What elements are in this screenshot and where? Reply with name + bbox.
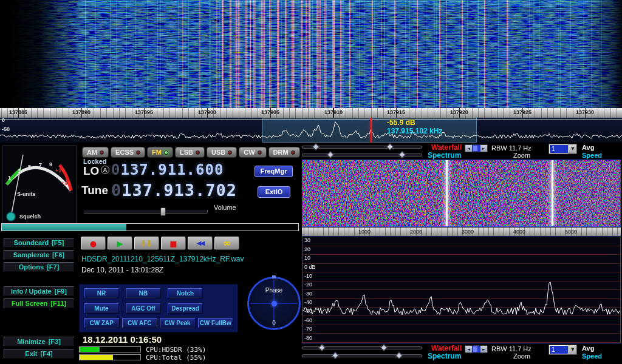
audio-spectrum-display[interactable]: 30 20 10 0 dB -10 -20 -30 -40 -50 -60 -7…: [302, 237, 621, 343]
zoom-track[interactable]: [472, 346, 480, 352]
minimize-button[interactable]: Minimize[F3]: [4, 337, 74, 346]
volume-slider[interactable]: [83, 209, 208, 214]
audio-frequency-ruler[interactable]: 1000 2000 3000 4000 5000: [302, 228, 621, 236]
mode-fm[interactable]: FM: [147, 147, 173, 158]
speed-dropdown[interactable]: 1 ▼: [549, 144, 577, 154]
samplerate-button[interactable]: Samplerate[F6]: [4, 250, 74, 260]
info-update-button[interactable]: Info / Update[F9]: [4, 286, 74, 296]
pause-button[interactable]: ❚❚: [134, 237, 159, 250]
cursor-db-value: -55.9 dB: [387, 118, 442, 127]
exit-button[interactable]: Exit[F4]: [4, 349, 74, 359]
waterfall-range-slider[interactable]: [302, 346, 422, 349]
cw-peak-button[interactable]: CW Peak: [160, 318, 196, 328]
mode-led-icon: [291, 150, 295, 155]
smeter-units-label: S-units: [17, 191, 36, 197]
mode-usb[interactable]: USB: [207, 147, 237, 158]
options-button[interactable]: Options[F7]: [4, 262, 74, 272]
menu-key: [F3]: [49, 338, 61, 345]
cpu-hdsdr-bar: [79, 346, 141, 352]
nr-button[interactable]: NR: [84, 288, 119, 298]
zoom-thumb[interactable]: [473, 146, 477, 151]
slider-thumb[interactable]: [332, 352, 338, 359]
slider-thumb[interactable]: [312, 143, 319, 150]
mode-led-icon: [136, 150, 140, 155]
db-axis-label: 0: [2, 118, 5, 123]
despread-button[interactable]: Despread: [168, 303, 203, 314]
slider-thumb[interactable]: [318, 344, 325, 351]
zoom-track[interactable]: [472, 145, 480, 152]
audio-spectrum-trace: [302, 237, 620, 343]
zoom-scrollbar[interactable]: ◄ ►: [465, 144, 488, 152]
fullscreen-button[interactable]: Full Screen[F11]: [4, 298, 74, 308]
mute-button[interactable]: Mute: [84, 303, 119, 314]
cw-zap-button[interactable]: CW ZAP: [84, 318, 120, 328]
slider-thumb[interactable]: [395, 352, 402, 359]
tune-frequency-display[interactable]: 0137.913.702: [111, 181, 237, 200]
agc-button[interactable]: AGC Off: [126, 303, 161, 314]
mode-lsb[interactable]: LSB: [175, 147, 205, 158]
nb-button[interactable]: NB: [126, 288, 161, 298]
squelch-label[interactable]: Squelch: [19, 214, 41, 220]
slider-thumb[interactable]: [380, 344, 387, 351]
cw-fullbw-button[interactable]: CW FullBw: [198, 318, 234, 328]
dropdown-arrow-icon[interactable]: ▼: [569, 345, 576, 354]
audio-freq-tick: 5000: [565, 229, 577, 235]
phase-scope: Phase 0: [247, 277, 301, 330]
mode-drm[interactable]: DRM: [268, 147, 300, 158]
frequency-ruler[interactable]: 137885 137890 137895 137900 137905 13791…: [0, 108, 622, 118]
extio-button[interactable]: ExtIO: [258, 186, 290, 198]
notch-button[interactable]: Notch: [168, 288, 203, 298]
freq-tick-label: 137915: [387, 109, 405, 115]
mode-cw[interactable]: CW: [239, 147, 266, 158]
squelch-level-bar[interactable]: [1, 223, 299, 231]
zoom-left-arrow-icon[interactable]: ◄: [465, 145, 472, 152]
waterfall-range-slider[interactable]: [302, 146, 422, 149]
record-icon: ●: [90, 240, 97, 248]
speed-dropdown[interactable]: 1 ▼: [549, 345, 577, 355]
audio-waterfall-display[interactable]: [302, 160, 621, 227]
zoom-right-arrow-icon[interactable]: ►: [480, 346, 487, 352]
waterfall-tab-label[interactable]: Waterfall: [431, 143, 462, 152]
squelch-level-fill: [2, 224, 126, 231]
freqmgr-button[interactable]: FreqMgr: [255, 166, 293, 177]
avg-label: Avg: [582, 345, 594, 352]
volume-slider-thumb[interactable]: [160, 207, 166, 216]
spectrum-tab-label[interactable]: Spectrum: [428, 151, 461, 160]
stop-button[interactable]: ■: [161, 237, 186, 250]
loop-button[interactable]: ∞: [214, 237, 239, 250]
slider-thumb[interactable]: [398, 151, 405, 158]
zoom-thumb[interactable]: [473, 346, 477, 352]
zoom-label: Zoom: [513, 352, 530, 360]
mode-ecss[interactable]: ECSS: [111, 147, 145, 158]
audio-freq-tick: 3000: [462, 229, 474, 235]
mode-selector: AM ECSS FM LSB USB CW DRM: [82, 147, 300, 158]
play-button[interactable]: ▶: [108, 237, 132, 250]
lo-lock-badge[interactable]: A: [101, 166, 109, 174]
spectrum-tab-label[interactable]: Spectrum: [428, 352, 461, 360]
rewind-button[interactable]: ◀◀: [188, 237, 213, 250]
audio-waterfall-noise: [302, 160, 620, 226]
zoom-scrollbar[interactable]: ◄ ►: [465, 345, 488, 353]
waterfall-tab-label[interactable]: Waterfall: [431, 344, 462, 352]
menu-key: [F7]: [47, 263, 59, 271]
speed-label: Speed: [582, 352, 602, 360]
slider-thumb[interactable]: [327, 151, 333, 158]
zoom-right-arrow-icon[interactable]: ►: [480, 145, 487, 152]
main-waterfall-display[interactable]: [0, 0, 622, 108]
tune-marker[interactable]: [371, 118, 372, 143]
zoom-left-arrow-icon[interactable]: ◄: [465, 346, 472, 352]
play-icon: ▶: [117, 240, 123, 248]
mode-am[interactable]: AM: [82, 147, 109, 158]
dropdown-arrow-icon[interactable]: ▼: [569, 144, 576, 153]
spectrum-range-slider[interactable]: [302, 354, 422, 357]
record-button[interactable]: ●: [81, 237, 106, 250]
soundcard-button[interactable]: Soundcard[F5]: [4, 238, 74, 248]
slider-thumb[interactable]: [386, 143, 393, 150]
rbw-label: RBW 11.7 Hz: [491, 345, 531, 352]
carrier-line: [552, 160, 553, 226]
lo-frequency-display[interactable]: 0137.911.600: [111, 161, 224, 178]
main-spectrum-display[interactable]: 0 -50 -55.9 dB 137.915.102 kHz: [0, 118, 622, 143]
cw-afc-button[interactable]: CW AFC: [122, 318, 158, 328]
spectrum-range-slider[interactable]: [302, 153, 422, 157]
mode-label: CW: [244, 149, 255, 156]
